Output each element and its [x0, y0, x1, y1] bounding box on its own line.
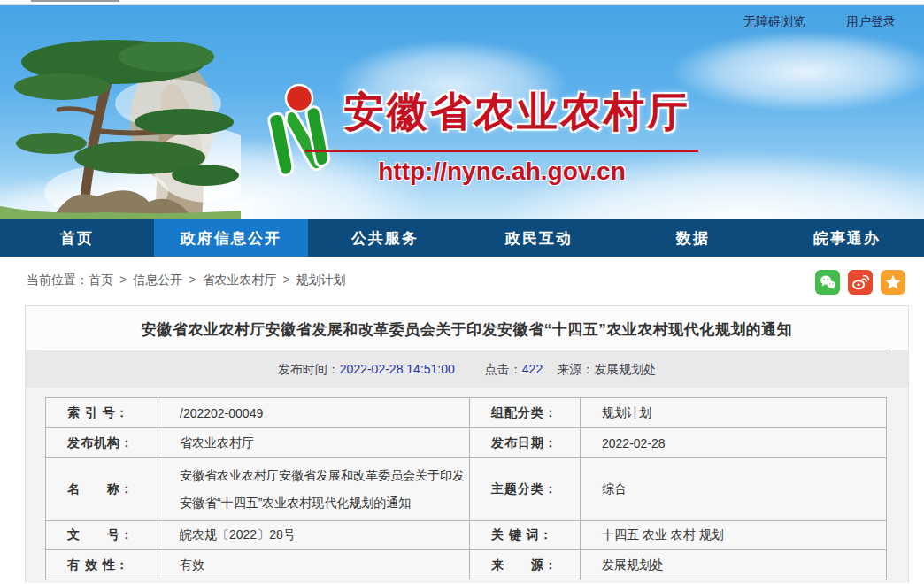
article-panel: 安徽省农业农村厅安徽省发展和改革委员会关于印发安徽省“十四五”农业农村现代化规划… — [25, 305, 909, 583]
table-row: 发布机构： 省农业农村厅 发布日期： 2022-02-28 — [46, 428, 887, 458]
field-label-name: 名 称： — [46, 458, 158, 521]
field-label-source: 来 源： — [470, 550, 581, 580]
field-value-validity: 有效 — [158, 550, 470, 580]
weibo-icon — [851, 273, 870, 292]
breadcrumb-item-department[interactable]: 省农业农村厅 — [202, 273, 276, 287]
site-name: 安徽省农业农村厅 — [343, 85, 690, 140]
field-label-index-number: 索 引 号： — [46, 398, 158, 428]
nav-item-interaction[interactable]: 政民互动 — [462, 219, 616, 257]
hits-value: 422 — [522, 362, 543, 376]
field-value-issuing-agency: 省农业农村厅 — [158, 428, 470, 458]
article-title-section: 安徽省农业农村厅安徽省发展和改革委员会关于印发安徽省“十四五”农业农村现代化规划… — [26, 306, 908, 350]
publish-time-label: 发布时间： — [278, 362, 340, 376]
user-login-link[interactable]: 用户登录 — [846, 14, 896, 28]
nav-item-public-services[interactable]: 公共服务 — [308, 219, 462, 257]
field-label-document-number: 文 号： — [46, 521, 158, 550]
field-value-index-number: /202202-00049 — [158, 398, 470, 428]
breadcrumb-item-home[interactable]: 首页 — [89, 273, 113, 287]
nav-item-data[interactable]: 数据 — [616, 219, 770, 257]
table-row: 有 效 性： 有效 来 源： 发展规划处 — [46, 550, 887, 580]
breadcrumb-separator: > — [189, 273, 196, 287]
brand-underline — [305, 150, 698, 152]
field-value-publish-date: 2022-02-28 — [581, 428, 887, 458]
field-value-keywords: 十四五 农业 农村 规划 — [581, 521, 887, 550]
breadcrumb-item-info[interactable]: 信息公开 — [133, 273, 182, 287]
breadcrumb-bar: 当前位置：首页>信息公开>省农业农村厅>规划计划 — [0, 257, 924, 305]
site-banner: 无障碍浏览 用户登录 安徽省农业农村厅 http://nync.ah.gov.c… — [0, 5, 924, 219]
utility-links: 无障碍浏览 用户登录 — [743, 14, 896, 30]
field-label-group-category: 组配分类： — [470, 398, 581, 428]
wechat-share-button[interactable] — [815, 270, 840, 295]
publish-time-value: 2022-02-28 14:51:00 — [340, 362, 455, 376]
share-buttons — [815, 270, 905, 295]
site-url: http://nync.ah.gov.cn — [305, 158, 698, 186]
wechat-icon — [818, 273, 837, 292]
breadcrumb: 当前位置：首页>信息公开>省农业农村厅>规划计划 — [27, 273, 346, 288]
top-edge-line — [31, 0, 119, 2]
article-meta: 发布时间：2022-02-28 14:51:00点击：422来源：发展规划处 — [26, 350, 908, 388]
field-value-document-number: 皖农规〔2022〕28号 — [158, 521, 470, 550]
accessibility-link[interactable]: 无障碍浏览 — [743, 14, 805, 28]
qzone-share-button[interactable] — [881, 270, 905, 295]
document-info-table: 索 引 号： /202202-00049 组配分类： 规划计划 发布机构： 省农… — [45, 397, 887, 580]
field-label-issuing-agency: 发布机构： — [46, 428, 158, 458]
field-value-source: 发展规划处 — [581, 550, 887, 580]
source-value: 发展规划处 — [594, 362, 656, 376]
source-label: 来源： — [557, 362, 594, 376]
breadcrumb-separator: > — [119, 273, 127, 287]
table-row: 文 号： 皖农规〔2022〕28号 关 键 词： 十四五 农业 农村 规划 — [46, 521, 887, 550]
field-label-keywords: 关 键 词： — [470, 521, 581, 550]
hits-label: 点击： — [485, 362, 522, 376]
main-nav: 首页 政府信息公开 公共服务 政民互动 数据 皖事通办 — [0, 219, 924, 257]
field-label-validity: 有 效 性： — [46, 550, 158, 580]
table-row: 名 称： 安徽省农业农村厅安徽省发展和改革委员会关于印发安徽省“十四五”农业农村… — [46, 458, 887, 521]
field-label-theme-category: 主题分类： — [470, 458, 581, 521]
field-label-publish-date: 发布日期： — [470, 428, 581, 458]
field-value-group-category: 规划计划 — [581, 398, 887, 428]
nav-item-home[interactable]: 首页 — [0, 219, 154, 257]
qzone-star-icon — [883, 273, 903, 292]
nav-item-gov-info[interactable]: 政府信息公开 — [154, 219, 308, 257]
table-row: 索 引 号： /202202-00049 组配分类： 规划计划 — [46, 398, 887, 428]
breadcrumb-separator: > — [282, 273, 289, 287]
breadcrumb-prefix: 当前位置： — [27, 273, 89, 287]
field-value-name: 安徽省农业农村厅安徽省发展和改革委员会关于印发安徽省“十四五”农业农村现代化规划… — [158, 458, 470, 521]
weibo-share-button[interactable] — [848, 270, 873, 295]
field-value-theme-category: 综合 — [581, 458, 887, 521]
breadcrumb-item-plans[interactable]: 规划计划 — [296, 273, 346, 287]
nav-item-wanshitongban[interactable]: 皖事通办 — [770, 219, 924, 257]
article-title: 安徽省农业农村厅安徽省发展和改革委员会关于印发安徽省“十四五”农业农村现代化规划… — [52, 319, 882, 340]
pine-tree-image — [0, 11, 241, 219]
cloud-decoration — [673, 32, 924, 111]
